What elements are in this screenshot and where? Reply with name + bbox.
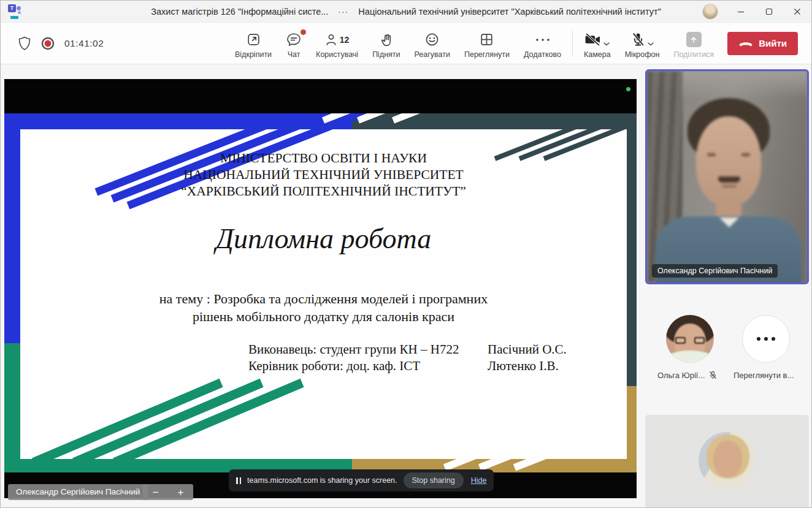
executor-name: Пасічний О.С. (488, 341, 567, 358)
presentation-slide: МІНІСТЕРСТВО ОСВІТИ І НАУКИ НАЦІОНАЛЬНИЙ… (4, 113, 637, 472)
slide-credits-labels: Виконавець: студент групи КН – Н722 Кері… (248, 341, 459, 374)
participants-button[interactable]: 12 Користувачі (311, 28, 363, 59)
stage-zoom-controls: − + (143, 484, 193, 500)
react-button[interactable]: Реагувати (410, 28, 455, 59)
share-button: Поділитися (668, 28, 719, 59)
recording-indicator-icon (40, 36, 55, 51)
maximize-icon (765, 8, 773, 15)
ellipsis-icon (535, 37, 551, 42)
ministry-line-2: НАЦІОНАЛЬНИЙ ТЕХНІЧНИЙ УНІВЕРСИТЕТ (20, 167, 627, 183)
camera-chevron-icon[interactable] (603, 42, 610, 46)
raise-hand-button[interactable]: Підняти (367, 28, 405, 59)
view-more-label-row[interactable]: Переглянути в... (733, 371, 794, 380)
toolbar-buttons: Відкріпити Чат 12 (230, 28, 566, 59)
sharing-banner-text: teams.microsoft.com is sharing your scre… (247, 476, 397, 485)
more-icon (743, 337, 789, 341)
hide-banner-link[interactable]: Hide (471, 476, 487, 485)
leave-label: Вийти (759, 38, 787, 48)
zoom-in-button[interactable]: + (178, 487, 184, 498)
shield-icon[interactable] (18, 36, 31, 51)
shared-screen-stage: МІНІСТЕРСТВО ОСВІТИ І НАУКИ НАЦІОНАЛЬНИЙ… (1, 64, 640, 508)
grid-view-icon (479, 32, 494, 47)
participant-name: Ольга Юрії... (657, 371, 705, 380)
hangup-icon (738, 40, 753, 47)
participant-photo-avatar (699, 432, 756, 489)
participants-count: 12 (340, 35, 350, 45)
participant-label-row: Ольга Юрії... (657, 371, 718, 380)
pause-icon (236, 477, 241, 484)
meeting-title: Захист магістрів 126 "Інформаційні систе… (151, 7, 328, 17)
slide-title: Дипломна робота (20, 222, 627, 255)
account-avatar[interactable] (702, 4, 718, 20)
shared-screen-top-letterbox (4, 79, 637, 113)
speaker-video-tile[interactable]: Олександр Сергійович Пасічний (645, 69, 809, 284)
executor-label: Виконавець: студент групи КН – Н722 (248, 341, 459, 358)
meeting-timer: 01:41:02 (64, 38, 104, 49)
mic-off-icon (631, 32, 645, 47)
supervisor-name: Лютенко І.В. (488, 358, 567, 374)
ministry-line-1: МІНІСТЕРСТВО ОСВІТИ І НАУКИ (20, 150, 627, 167)
chat-icon (286, 32, 302, 47)
speaker-name-label: Олександр Сергійович Пасічний (652, 264, 778, 278)
ministry-line-3: “ХАРКІВСЬКИЙ ПОЛІТЕХНІЧНИЙ ІНСТИТУТ” (20, 183, 627, 200)
muted-mic-icon (708, 371, 718, 380)
stop-sharing-button[interactable]: Stop sharing (404, 472, 464, 488)
view-button[interactable]: Переглянути (459, 28, 515, 59)
toolbar-left: 01:41:02 (1, 36, 104, 51)
titlebar-right (702, 1, 811, 22)
title-separator: ··· (338, 7, 348, 17)
leave-button[interactable]: Вийти (727, 32, 798, 55)
screen-activity-dot (626, 87, 630, 91)
chat-button[interactable]: Чат (281, 28, 307, 59)
participants-icon (325, 32, 337, 47)
toolbar-divider (572, 31, 573, 56)
presenter-name-pill: Олександр Сергійович Пасічний (8, 484, 148, 500)
popout-button[interactable]: Відкріпити (230, 28, 277, 59)
chat-notification-badge (301, 29, 306, 35)
participant-avatar[interactable] (666, 315, 714, 363)
meeting-toolbar: 01:41:02 Відкріпити (1, 23, 811, 64)
slide-credits-names: Пасічний О.С. Лютенко І.В. (488, 341, 567, 374)
mic-chevron-icon[interactable] (648, 42, 654, 46)
maximize-button[interactable] (755, 1, 783, 23)
minimize-icon (737, 8, 745, 15)
close-icon (794, 8, 801, 15)
zoom-out-button[interactable]: − (153, 487, 159, 498)
titlebar: T Захист магістрів 126 "Інформаційні сис… (1, 1, 811, 23)
share-screen-icon (686, 32, 702, 47)
more-participants-button[interactable] (742, 315, 790, 363)
teams-meeting-window: T Захист магістрів 126 "Інформаційні сис… (0, 0, 812, 508)
camera-off-icon (584, 33, 601, 46)
browser-sharing-banner: teams.microsoft.com is sharing your scre… (229, 469, 494, 491)
teams-app-icon: T (8, 4, 23, 19)
organization-title: Національний технічний університет "Харк… (358, 7, 661, 17)
minimize-button[interactable] (727, 1, 755, 23)
slide-ministry-block: МІНІСТЕРСТВО ОСВІТИ І НАУКИ НАЦІОНАЛЬНИЙ… (20, 150, 627, 200)
smiley-icon (424, 32, 440, 47)
microphone-button[interactable]: Мікрофон (620, 28, 665, 59)
media-buttons: Камера Мікрофон (579, 28, 719, 59)
participants-sidebar: Олександр Сергійович Пасічний Ольга Юрії… (640, 64, 812, 508)
camera-button[interactable]: Камера (579, 28, 616, 59)
supervisor-label: Керівник роботи: доц. каф. ІСТ (248, 358, 459, 374)
participant-video-tile[interactable] (645, 415, 809, 508)
more-options-button[interactable]: Додатково (519, 28, 566, 59)
popout-icon (246, 32, 261, 47)
view-more-label: Переглянути в... (733, 371, 794, 380)
raise-hand-icon (379, 32, 394, 47)
titlebar-titles: Захист магістрів 126 "Інформаційні систе… (1, 7, 811, 17)
close-button[interactable] (783, 1, 811, 23)
slide-topic: на тему : Розробка та дослідження моделе… (20, 290, 627, 325)
speaker-video-feed (647, 71, 807, 282)
